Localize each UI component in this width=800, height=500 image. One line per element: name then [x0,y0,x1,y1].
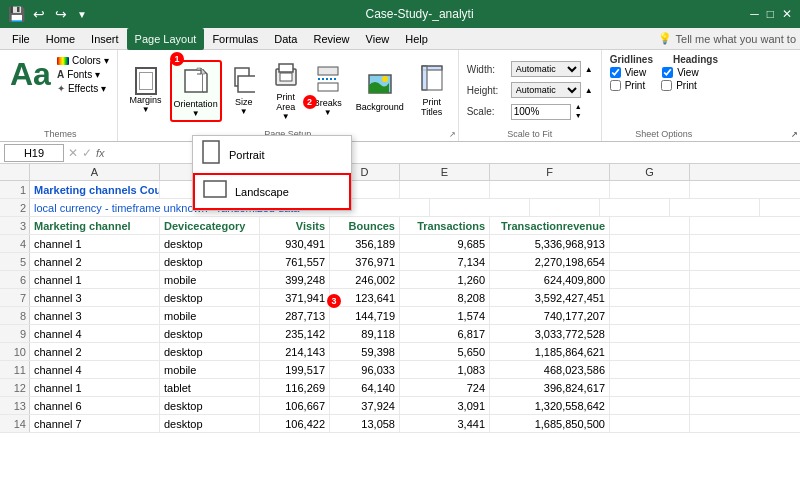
menu-data[interactable]: Data [266,28,305,50]
maximize-icon[interactable]: □ [767,7,774,21]
menu-home[interactable]: Home [38,28,83,50]
cell-g5[interactable] [610,253,690,270]
cell-a1[interactable]: Marketing channels Coun... [30,181,160,198]
themes-aa-button[interactable]: Aa [10,56,51,93]
cell-d6[interactable]: 246,002 [330,271,400,288]
cell-a9[interactable]: channel 4 [30,325,160,342]
cell-f7[interactable]: 3,592,427,451 [490,289,610,306]
cell-c4[interactable]: 930,491 [260,235,330,252]
cell-c7[interactable]: 371,941 [260,289,330,306]
landscape-option[interactable]: 3 Landscape [193,173,351,210]
menu-page-layout[interactable]: Page Layout [127,28,205,50]
cell-d14[interactable]: 13,058 [330,415,400,432]
formula-cancel-icon[interactable]: ✕ [68,146,78,160]
cell-g4[interactable] [610,235,690,252]
cell-g9[interactable] [610,325,690,342]
height-spinner-up[interactable]: ▲ [585,86,593,95]
scale-spinner[interactable]: ▲▼ [575,103,582,120]
cell-f1[interactable] [490,181,610,198]
cell-d13[interactable]: 37,924 [330,397,400,414]
cell-e2[interactable] [670,199,760,216]
sheet-options-dialog-launcher[interactable]: ↗ [791,130,798,139]
headings-print-checkbox[interactable] [661,80,672,91]
cell-d11[interactable]: 96,033 [330,361,400,378]
cell-c6[interactable]: 399,248 [260,271,330,288]
breaks-button[interactable]: Breaks ▼ [308,60,348,122]
cell-a7[interactable]: channel 3 [30,289,160,306]
cell-reference-box[interactable] [4,144,64,162]
cell-b2[interactable] [430,199,530,216]
cell-d5[interactable]: 376,971 [330,253,400,270]
cell-e11[interactable]: 1,083 [400,361,490,378]
cell-f4[interactable]: 5,336,968,913 [490,235,610,252]
cell-b8[interactable]: mobile [160,307,260,324]
cell-a8[interactable]: channel 3 [30,307,160,324]
cell-b3[interactable]: Devicecategory [160,217,260,234]
effects-button[interactable]: ✦ Effects ▾ [55,82,111,95]
cell-a6[interactable]: channel 1 [30,271,160,288]
col-header-g[interactable]: G [610,164,690,180]
gridlines-view-checkbox[interactable] [610,67,621,78]
cell-f9[interactable]: 3,033,772,528 [490,325,610,342]
cell-c9[interactable]: 235,142 [260,325,330,342]
cell-a4[interactable]: channel 1 [30,235,160,252]
cell-g6[interactable] [610,271,690,288]
cell-e10[interactable]: 5,650 [400,343,490,360]
cell-b9[interactable]: desktop [160,325,260,342]
cell-e13[interactable]: 3,091 [400,397,490,414]
cell-g11[interactable] [610,361,690,378]
fx-button[interactable]: fx [96,147,105,159]
cell-f3[interactable]: Transactionrevenue [490,217,610,234]
close-icon[interactable]: ✕ [782,7,792,21]
width-dropdown[interactable]: Automatic [511,61,581,77]
width-spinner-up[interactable]: ▲ [585,65,593,74]
cell-d2[interactable] [600,199,670,216]
cell-f11[interactable]: 468,023,586 [490,361,610,378]
margins-button[interactable]: Margins ▼ [124,60,168,122]
save-icon[interactable]: 💾 [8,6,25,22]
cell-f2[interactable] [760,199,800,216]
cell-b13[interactable]: desktop [160,397,260,414]
background-button[interactable]: Background [350,60,410,122]
col-header-e[interactable]: E [400,164,490,180]
col-header-a[interactable]: A [30,164,160,180]
gridlines-print-checkbox[interactable] [610,80,621,91]
cell-f14[interactable]: 1,685,850,500 [490,415,610,432]
cell-f10[interactable]: 1,185,864,621 [490,343,610,360]
cell-d4[interactable]: 356,189 [330,235,400,252]
scale-input[interactable] [511,104,571,120]
cell-d10[interactable]: 59,398 [330,343,400,360]
cell-c3[interactable]: Visits [260,217,330,234]
cell-g8[interactable] [610,307,690,324]
cell-b7[interactable]: desktop [160,289,260,306]
col-header-f[interactable]: F [490,164,610,180]
cell-c11[interactable]: 199,517 [260,361,330,378]
cell-f6[interactable]: 624,409,800 [490,271,610,288]
formula-confirm-icon[interactable]: ✓ [82,146,92,160]
cell-d8[interactable]: 144,719 [330,307,400,324]
cell-a13[interactable]: channel 6 [30,397,160,414]
cell-b4[interactable]: desktop [160,235,260,252]
portrait-option[interactable]: Portrait [193,136,351,173]
menu-help[interactable]: Help [397,28,436,50]
cell-e14[interactable]: 3,441 [400,415,490,432]
cell-b6[interactable]: mobile [160,271,260,288]
cell-e9[interactable]: 6,817 [400,325,490,342]
cell-e12[interactable]: 724 [400,379,490,396]
cell-d3[interactable]: Bounces [330,217,400,234]
page-setup-dialog-launcher[interactable]: ↗ [449,130,456,139]
cell-b10[interactable]: desktop [160,343,260,360]
print-titles-button[interactable]: PrintTitles [412,60,452,122]
menu-insert[interactable]: Insert [83,28,127,50]
colors-button[interactable]: Colors ▾ [55,54,111,67]
minimize-icon[interactable]: ─ [750,7,759,21]
menu-view[interactable]: View [358,28,398,50]
menu-file[interactable]: File [4,28,38,50]
height-dropdown[interactable]: Automatic [511,82,581,98]
customize-icon[interactable]: ▼ [77,9,87,20]
orientation-button[interactable]: 2 Orientation ▼ [170,60,222,122]
cell-e5[interactable]: 7,134 [400,253,490,270]
cell-g7[interactable] [610,289,690,306]
cell-g3[interactable] [610,217,690,234]
cell-c10[interactable]: 214,143 [260,343,330,360]
